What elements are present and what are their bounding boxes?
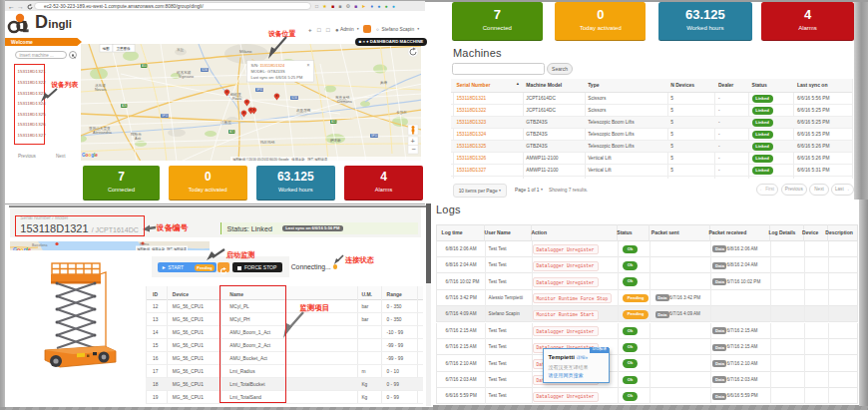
svg-text:−: − (411, 144, 416, 153)
svg-text:托尔托纳: 托尔托纳 (260, 141, 275, 145)
svg-text:SP10: SP10 (371, 134, 378, 138)
svg-text:SP10: SP10 (162, 114, 169, 118)
svg-text:S206: S206 (202, 68, 209, 72)
svg-text:A26: A26 (122, 104, 127, 108)
svg-text:Novara: Novara (95, 88, 107, 92)
svg-text:S234: S234 (291, 96, 298, 100)
svg-text:地图数据 使用条款 报告地图错误: 地图数据 使用条款 报告地图错误 (136, 246, 188, 250)
svg-text:萨珠欧: 萨珠欧 (330, 139, 341, 143)
svg-text:Vigevano: Vigevano (179, 75, 194, 79)
svg-text:Asti: Asti (135, 137, 141, 141)
svg-text:Alessandria: Alessandria (93, 131, 112, 135)
svg-text:S/N: 153118D1324: S/N: 153118D1324 (250, 63, 285, 68)
svg-text:A50: A50 (142, 64, 147, 68)
svg-text:Roma: Roma (140, 241, 149, 245)
svg-text:奥塘: 奥塘 (380, 80, 388, 85)
svg-text:A21: A21 (229, 130, 234, 134)
svg-text:沃格拉: 沃格拉 (220, 121, 231, 125)
svg-text:Last sync on: 6/6/16 5:25 PM: Last sync on: 6/6/16 5:25 PM (250, 75, 302, 80)
svg-text:Cremona: Cremona (337, 100, 352, 104)
svg-text:Google: Google (82, 153, 98, 158)
svg-text:Milano: Milano (239, 49, 252, 54)
svg-text:地图: 地图 (101, 46, 110, 50)
svg-text:SP35: SP35 (256, 88, 263, 92)
svg-text:米兰: 米兰 (177, 48, 185, 52)
svg-text:Pavia: Pavia (232, 97, 241, 101)
svg-text:卡莎尔: 卡莎尔 (396, 111, 407, 115)
svg-text:Barcelona: Barcelona (32, 242, 47, 246)
svg-text:Google: Google (13, 245, 31, 250)
svg-text:卫星图像: 卫星图像 (116, 46, 131, 50)
svg-text:MODEL: GTBZ43S: MODEL: GTBZ43S (250, 69, 285, 74)
svg-text:×: × (306, 61, 309, 67)
svg-text:A21: A21 (331, 120, 336, 124)
svg-text:地图数据 ©2016 05(2011)6020 Google: 地图数据 ©2016 05(2011)6020 Google 使用条款 报告地图… (231, 156, 328, 161)
svg-text:皮亚琴察: 皮亚琴察 (296, 108, 311, 113)
